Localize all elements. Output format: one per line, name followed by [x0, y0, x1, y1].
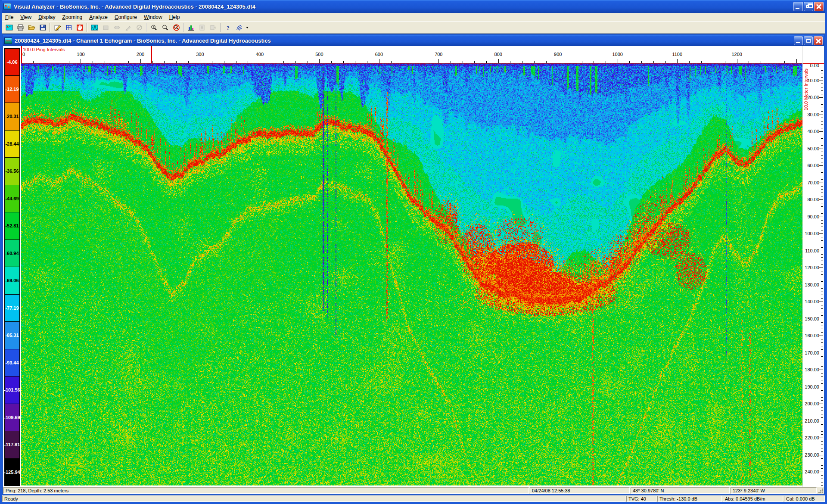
- ping-tick: [451, 61, 451, 63]
- depth-ruler: 10.0 Meter Intervals 0.0010.0020.0030.00…: [802, 46, 824, 487]
- zoom-in-icon[interactable]: [148, 22, 159, 33]
- depth-tick: [819, 370, 823, 370]
- app-icon: [3, 3, 11, 10]
- ping-tick: [308, 61, 308, 63]
- depth-tick-label: 20.00: [807, 95, 819, 100]
- visual-analyzer-window: Visual Analyzer - BioSonics, Inc. - Adva…: [0, 0, 827, 504]
- depth-tick: [821, 342, 823, 343]
- toolbar-separator: [50, 23, 50, 32]
- depth-tick: [821, 349, 823, 350]
- menu-display[interactable]: Display: [35, 13, 59, 21]
- depth-tick: [821, 445, 823, 445]
- depth-tick: [821, 441, 823, 442]
- edit-icon[interactable]: [52, 22, 63, 33]
- export-icon: [208, 22, 219, 33]
- ping-tick: [510, 61, 510, 63]
- menu-zooming[interactable]: Zooming: [59, 13, 86, 21]
- title-bar[interactable]: Visual Analyzer - BioSonics, Inc. - Adva…: [2, 0, 825, 13]
- hand-stop-icon[interactable]: [74, 22, 85, 33]
- minimize-button[interactable]: [793, 2, 803, 11]
- ping-tick-label: 500: [315, 52, 323, 57]
- depth-tick: [821, 220, 823, 221]
- child-title-bar[interactable]: 20080424_124305.dt4 - Channel 1 Echogram…: [3, 35, 824, 46]
- print-icon[interactable]: [15, 22, 26, 33]
- depth-tick: [821, 479, 823, 479]
- ping-tick: [117, 61, 117, 63]
- depth-tick: [821, 451, 823, 452]
- sound-icon[interactable]: [233, 22, 245, 33]
- grid-icon[interactable]: [63, 22, 74, 33]
- dropdown-caret-icon[interactable]: [245, 22, 249, 33]
- zoom-out-icon[interactable]: [159, 22, 171, 33]
- ping-tick-label: 600: [375, 52, 383, 57]
- depth-tick: [821, 394, 823, 394]
- depth-tick: [821, 254, 823, 255]
- ping-tick: [606, 61, 606, 63]
- child-maximize-button[interactable]: [804, 36, 813, 45]
- child-close-button[interactable]: [814, 36, 823, 45]
- ping-tick: [737, 59, 737, 63]
- menu-window[interactable]: Window: [140, 13, 166, 21]
- draw-line-icon: [122, 22, 134, 33]
- echogram-canvas[interactable]: [21, 63, 802, 485]
- toolbar-separator: [87, 23, 87, 32]
- depth-tick-label: 80.00: [807, 197, 819, 202]
- ping-tick: [140, 59, 141, 63]
- ping-tick: [200, 59, 200, 63]
- depth-tick: [819, 438, 823, 438]
- ping-tick: [45, 61, 45, 63]
- color-scale-item: -109.69: [4, 404, 20, 432]
- restore-button[interactable]: [804, 2, 813, 11]
- depth-tick: [821, 159, 823, 159]
- menu-analyze[interactable]: Analyze: [86, 13, 111, 21]
- child-minimize-button[interactable]: [794, 36, 803, 45]
- color-scale-item: -52.81: [4, 212, 20, 240]
- waveform-icon[interactable]: [89, 22, 100, 33]
- color-scale-item: -101.56: [4, 376, 20, 404]
- save-icon[interactable]: [37, 22, 48, 33]
- depth-tick: [821, 101, 823, 101]
- resize-grip[interactable]: [817, 487, 824, 494]
- depth-tick: [819, 165, 823, 166]
- ping-tick-label: 800: [494, 52, 502, 57]
- ping-tick: [105, 61, 105, 63]
- depth-tick-label: 110.00: [805, 248, 819, 253]
- depth-tick: [821, 77, 823, 78]
- depth-tick: [821, 482, 823, 482]
- open-icon[interactable]: [26, 22, 37, 33]
- depth-tick: [819, 268, 823, 268]
- color-scale-item: -20.31: [4, 103, 20, 131]
- depth-tick: [821, 308, 823, 309]
- menu-view[interactable]: View: [17, 13, 35, 21]
- toolbar-separator: [220, 23, 221, 32]
- close-button[interactable]: [814, 2, 824, 11]
- depth-tick: [821, 288, 823, 289]
- color-scale-item: -93.44: [4, 349, 20, 377]
- depth-tick: [821, 142, 823, 142]
- echogram-view-icon[interactable]: [3, 22, 15, 33]
- depth-tick: [821, 257, 823, 258]
- main-status-bar: Ready TVG: 40 Thresh: -130.0 dB Abs: 0.0…: [2, 495, 825, 502]
- color-scale-item: -85.31: [4, 322, 20, 349]
- color-scale-item: -12.19: [4, 76, 20, 103]
- depth-tick-label: 180.00: [805, 367, 819, 372]
- depth-tick-label: 40.00: [807, 129, 819, 134]
- depth-tick: [819, 319, 823, 319]
- menu-file[interactable]: File: [2, 13, 17, 21]
- depth-tick: [821, 230, 823, 230]
- help-icon[interactable]: ?: [222, 22, 233, 33]
- depth-tick: [821, 70, 823, 71]
- zoom-reset-icon[interactable]: [171, 22, 182, 33]
- depth-tick: [821, 424, 823, 425]
- color-scale-item: -77.19: [4, 295, 20, 322]
- menu-configure[interactable]: Configure: [111, 13, 140, 21]
- menu-help[interactable]: Help: [166, 13, 183, 21]
- depth-tick: [821, 428, 823, 428]
- depth-tick: [819, 472, 823, 472]
- ping-tick: [677, 59, 678, 63]
- child-status-bar: Ping: 218, Depth: 2.53 meters 04/24/08 1…: [3, 487, 824, 494]
- depth-tick: [821, 172, 823, 173]
- depth-tick: [821, 326, 823, 326]
- chart-icon[interactable]: [185, 22, 196, 33]
- depth-tick: [821, 124, 823, 125]
